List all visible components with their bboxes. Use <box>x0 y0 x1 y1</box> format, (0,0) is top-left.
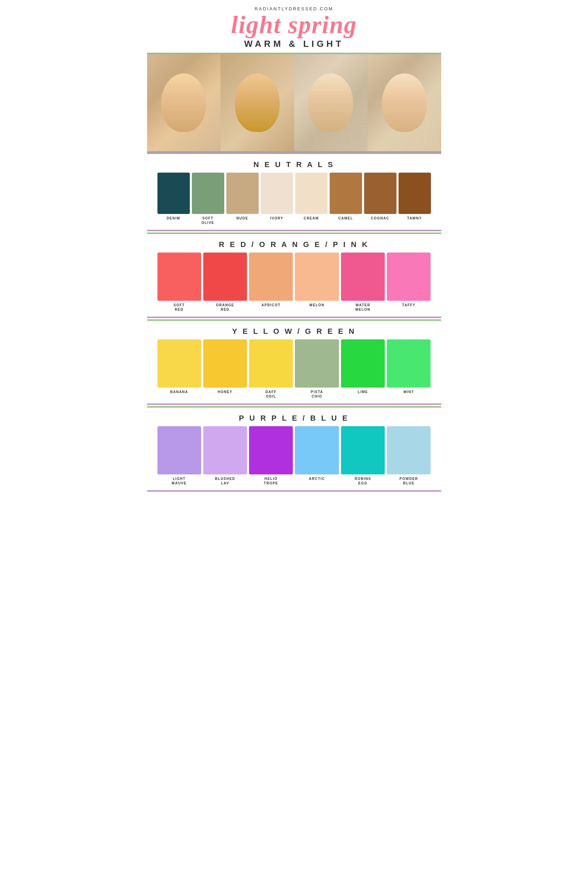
swatch-item-red-orange-pink-0: SOFT RED <box>158 252 201 312</box>
swatch-box-purple-blue-1 <box>203 426 247 474</box>
swatch-item-neutrals-2: NUDE <box>226 172 259 225</box>
swatch-item-red-orange-pink-1: ORANGE RED <box>203 252 247 312</box>
swatch-label-purple-blue-0: LIGHT MAUVE <box>171 477 187 486</box>
swatch-item-yellow-green-5: MINT <box>387 339 430 399</box>
swatch-label-neutrals-1: SOFT OLIVE <box>201 216 214 225</box>
swatch-box-purple-blue-5 <box>387 426 430 474</box>
section-purple-blue-bottom-border <box>147 490 441 492</box>
face-shape-3 <box>308 74 353 132</box>
swatch-item-purple-blue-4: ROBINS EGG <box>341 426 385 486</box>
swatch-label-neutrals-6: COGNAC <box>371 216 389 220</box>
swatch-box-yellow-green-3 <box>295 339 339 388</box>
section-purple-blue-swatches: LIGHT MAUVEBLUSHED LAVHELIO TROPEARCTICR… <box>147 426 441 486</box>
swatch-item-neutrals-4: CREAM <box>295 172 328 225</box>
swatch-box-neutrals-3 <box>261 172 293 214</box>
page: RADIANTLYDRESSED.COM light spring WARM &… <box>147 0 441 492</box>
swatch-box-yellow-green-1 <box>203 339 247 388</box>
swatch-label-purple-blue-2: HELIO TROPE <box>264 477 278 486</box>
swatch-label-purple-blue-5: POWDER BLUE <box>400 477 418 486</box>
swatch-item-yellow-green-3: PISTA CHIO <box>295 339 339 399</box>
celebrity-photos-strip <box>147 53 441 153</box>
swatch-item-neutrals-7: TAWNY <box>399 172 431 225</box>
swatch-item-neutrals-1: SOFT OLIVE <box>192 172 224 225</box>
swatch-box-red-orange-pink-5 <box>387 252 430 301</box>
section-yellow-green-swatches: BANANAHONEYDAFF ODILPISTA CHIOLIMEMINT <box>147 339 441 399</box>
celebrity-photo-2 <box>220 54 294 151</box>
swatch-item-yellow-green-0: BANANA <box>158 339 201 399</box>
swatch-label-red-orange-pink-4: WATER MELON <box>356 303 370 312</box>
swatch-label-neutrals-2: NUDE <box>236 216 248 220</box>
swatch-label-neutrals-4: CREAM <box>303 216 319 220</box>
swatch-label-yellow-green-0: BANANA <box>170 390 188 394</box>
swatch-label-neutrals-0: DENIM <box>167 216 180 220</box>
swatch-label-red-orange-pink-2: APRICOT <box>261 303 281 308</box>
swatch-box-neutrals-2 <box>226 172 259 214</box>
swatch-item-purple-blue-0: LIGHT MAUVE <box>158 426 201 486</box>
swatch-label-yellow-green-5: MINT <box>404 390 414 394</box>
section-purple-blue-label: P U R P L E / B L U E <box>147 408 441 426</box>
swatch-item-red-orange-pink-2: APRICOT <box>249 252 293 312</box>
swatch-label-purple-blue-4: ROBINS EGG <box>355 477 371 486</box>
swatch-box-neutrals-1 <box>192 172 224 214</box>
swatch-item-red-orange-pink-5: TAFFY <box>387 252 430 312</box>
celebrity-photo-4 <box>368 54 441 151</box>
swatch-box-purple-blue-4 <box>341 426 385 474</box>
swatch-label-red-orange-pink-0: SOFT RED <box>174 303 185 312</box>
swatch-item-purple-blue-3: ARCTIC <box>295 426 339 486</box>
face-shape-1 <box>161 74 206 132</box>
swatch-box-red-orange-pink-2 <box>249 252 293 301</box>
section-yellow-green-bottom-space <box>147 400 441 404</box>
face-shape-2 <box>235 74 280 132</box>
swatch-item-yellow-green-1: HONEY <box>203 339 247 399</box>
swatch-box-red-orange-pink-1 <box>203 252 247 301</box>
swatch-label-purple-blue-3: ARCTIC <box>309 477 325 481</box>
swatch-box-yellow-green-5 <box>387 339 430 388</box>
celebrity-photo-1 <box>147 54 221 151</box>
swatch-item-neutrals-3: IVORY <box>261 172 293 225</box>
swatch-label-yellow-green-4: LIME <box>358 390 368 394</box>
face-shape-4 <box>382 74 427 132</box>
section-neutrals-label: N E U T R A L S <box>147 154 441 172</box>
swatch-item-yellow-green-4: LIME <box>341 339 385 399</box>
swatch-box-neutrals-7 <box>399 172 431 214</box>
header: RADIANTLYDRESSED.COM light spring WARM &… <box>147 0 441 49</box>
page-subtitle: WARM & LIGHT <box>150 39 438 49</box>
swatch-box-neutrals-0 <box>158 172 190 214</box>
section-yellow-green-label: Y E L L O W / G R E E N <box>147 321 441 339</box>
section-red-orange-pink-label: R E D / O R A N G E / P I N K <box>147 234 441 252</box>
site-url: RADIANTLYDRESSED.COM <box>150 6 438 11</box>
swatch-label-yellow-green-1: HONEY <box>218 390 232 394</box>
swatch-label-red-orange-pink-3: MELON <box>309 303 324 308</box>
swatch-box-neutrals-6 <box>364 172 396 214</box>
swatch-box-neutrals-5 <box>330 172 362 214</box>
color-sections: N E U T R A L SDENIMSOFT OLIVENUDEIVORYC… <box>147 153 441 492</box>
swatch-item-neutrals-6: COGNAC <box>364 172 396 225</box>
swatch-label-neutrals-5: CAMEL <box>338 216 353 220</box>
swatch-box-purple-blue-2 <box>249 426 293 474</box>
section-neutrals-bottom-space <box>147 226 441 230</box>
swatch-box-red-orange-pink-4 <box>341 252 385 301</box>
swatch-box-red-orange-pink-0 <box>158 252 201 301</box>
swatch-item-neutrals-5: CAMEL <box>330 172 362 225</box>
section-red-orange-pink-bottom-space <box>147 313 441 316</box>
swatch-item-red-orange-pink-4: WATER MELON <box>341 252 385 312</box>
section-red-orange-pink-swatches: SOFT REDORANGE REDAPRICOTMELONWATER MELO… <box>147 252 441 312</box>
swatch-label-red-orange-pink-5: TAFFY <box>402 303 416 308</box>
swatch-item-yellow-green-2: DAFF ODIL <box>249 339 293 399</box>
swatch-label-yellow-green-2: DAFF ODIL <box>265 390 277 399</box>
swatch-box-yellow-green-0 <box>158 339 201 388</box>
swatch-box-yellow-green-2 <box>249 339 293 388</box>
swatch-item-red-orange-pink-3: MELON <box>295 252 339 312</box>
page-title: light spring <box>150 11 438 39</box>
swatch-label-neutrals-3: IVORY <box>270 216 283 220</box>
swatch-item-neutrals-0: DENIM <box>158 172 190 225</box>
swatch-item-purple-blue-2: HELIO TROPE <box>249 426 293 486</box>
celebrity-photo-3 <box>294 54 368 151</box>
swatch-label-red-orange-pink-1: ORANGE RED <box>216 303 234 312</box>
swatch-box-purple-blue-3 <box>295 426 339 474</box>
swatch-label-purple-blue-1: BLUSHED LAV <box>215 477 235 486</box>
swatch-label-neutrals-7: TAWNY <box>407 216 422 220</box>
swatch-label-yellow-green-3: PISTA CHIO <box>311 390 323 399</box>
section-purple-blue-bottom-space <box>147 487 441 490</box>
section-neutrals-swatches: DENIMSOFT OLIVENUDEIVORYCREAMCAMELCOGNAC… <box>147 172 441 225</box>
